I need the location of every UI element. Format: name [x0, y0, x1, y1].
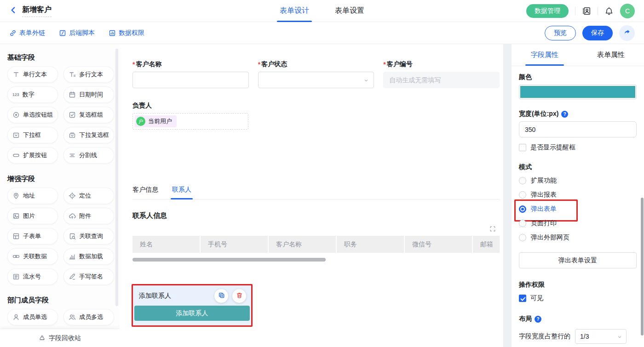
sidebar-item-数据加载[interactable]: 数据加载 [63, 248, 114, 265]
selected-add-contact-widget[interactable]: 添加联系人 添加联系人 [132, 284, 253, 327]
width-input[interactable] [519, 121, 637, 137]
canvas-field-客户编号[interactable]: *客户编号 [383, 60, 500, 88]
sidebar-item-关联数据[interactable]: 关联数据 [7, 248, 58, 265]
sidebar-scrollbar[interactable] [115, 49, 118, 306]
toolbar-link-表单外链[interactable]: 表单外链 [9, 29, 45, 37]
sidebar-item-流水号[interactable]: 流水号 [7, 268, 58, 285]
tab-form-design[interactable]: 表单设计 [280, 0, 309, 22]
mode-option-label: 弹出报表 [531, 191, 557, 199]
canvas-tab-联系人[interactable]: 联系人 [172, 186, 191, 199]
sidebar-item-图片[interactable]: 图片 [7, 208, 58, 224]
mode-label: 模式 [519, 163, 637, 172]
recycle-icon [39, 335, 46, 341]
address-icon [12, 192, 20, 199]
form-title-wrap[interactable]: 新增客户 [22, 5, 52, 17]
tab-field-properties[interactable]: 字段属性 [512, 44, 578, 66]
sidebar-item-label: 关联查询 [79, 232, 103, 240]
visible-checkbox[interactable] [519, 295, 526, 302]
lookup-icon [69, 233, 76, 240]
avatar[interactable]: C [620, 4, 635, 18]
copy-widget-button[interactable] [214, 289, 228, 303]
copy-icon [218, 292, 225, 301]
visible-checkbox-row[interactable]: 可见 [519, 294, 637, 302]
sidebar-item-数字[interactable]: 123数字 [7, 86, 58, 103]
share-button[interactable] [619, 25, 635, 41]
page-vertical-scrollbar[interactable] [641, 198, 644, 336]
owner-field-box[interactable]: 户 当前用户 [132, 113, 248, 130]
member-multi-icon [69, 313, 76, 321]
radio-button[interactable] [519, 234, 526, 241]
canvas-field-客户状态[interactable]: *客户状态 [258, 60, 374, 88]
save-button[interactable]: 保存 [582, 26, 613, 40]
mode-option-弹出报表[interactable]: 弹出报表 [519, 190, 637, 200]
field-text-input[interactable] [384, 72, 499, 88]
canvas-tab-客户信息[interactable]: 客户信息 [132, 186, 158, 199]
popup-form-settings-button[interactable]: 弹出表单设置 [519, 252, 637, 268]
toolbar-link-后端脚本[interactable]: 后端脚本 [59, 29, 95, 37]
bell-icon[interactable] [604, 6, 614, 16]
mode-option-弹出表单[interactable]: 弹出表单 [519, 204, 637, 214]
radio-button[interactable] [519, 191, 526, 199]
canvas-field-owner[interactable]: 负责人 户 当前用户 [132, 101, 248, 130]
field-width-select[interactable]: 1/3 [575, 329, 627, 344]
sidebar-item-多行文本[interactable]: 多行文本 [63, 66, 114, 83]
sidebar-item-关联查询[interactable]: 关联查询 [63, 228, 114, 245]
field-input[interactable] [383, 72, 500, 88]
field-select[interactable] [258, 72, 374, 88]
width-help-icon[interactable]: ? [561, 111, 568, 118]
required-asterisk: * [258, 61, 260, 68]
back-button[interactable] [9, 6, 17, 16]
sidebar-item-子表单[interactable]: 子表单 [7, 228, 58, 245]
panel-tabs: 字段属性 表单属性 [512, 44, 644, 66]
sidebar-item-label: 日期时间 [79, 91, 103, 99]
sidebar-item-label: 数据加载 [79, 252, 103, 261]
sidebar-item-扩展按钮[interactable]: 扩展按钮 [7, 147, 58, 164]
page-title: 新增客户 [22, 6, 52, 13]
sidebar-item-日期时间[interactable]: 日期时间 [63, 86, 114, 103]
radio-button[interactable] [519, 205, 526, 213]
add-contact-button[interactable]: 添加联系人 [134, 306, 250, 321]
radio-button[interactable] [519, 177, 526, 184]
preview-button[interactable]: 预览 [545, 26, 576, 40]
table-header-cell: 客户名称 [269, 236, 336, 253]
sidebar-item-分割线[interactable]: 分割线 [63, 147, 114, 164]
data-manage-button[interactable]: 数据管理 [526, 4, 569, 18]
mode-option-页面打印[interactable]: 页面打印 [519, 218, 637, 228]
tab-form-properties[interactable]: 表单属性 [578, 44, 644, 66]
layout-help-icon[interactable]: ? [535, 316, 541, 323]
sidebar-item-手写签名[interactable]: 手写签名 [63, 268, 114, 285]
field-text-input[interactable] [133, 72, 248, 88]
toolbar-link-数据权限[interactable]: 数据权限 [109, 29, 144, 37]
sidebar-item-附件[interactable]: 附件 [63, 208, 114, 224]
radio-button[interactable] [519, 220, 526, 227]
sidebar-item-复选框组[interactable]: 复选框组 [63, 107, 114, 123]
sidebar-item-定位[interactable]: 定位 [63, 188, 114, 204]
sidebar-item-下拉框[interactable]: 下拉框 [7, 127, 58, 143]
address-book-icon[interactable] [582, 6, 591, 16]
sidebar-item-单行文本[interactable]: 单行文本 [7, 66, 58, 83]
field-recycle-bin[interactable]: 字段回收站 [0, 329, 120, 347]
sidebar-item-成员多选[interactable]: 成员多选 [63, 309, 114, 325]
tab-form-settings[interactable]: 表单设置 [335, 0, 364, 22]
expand-icon[interactable] [489, 226, 496, 232]
sidebar-item-label: 地址 [23, 192, 35, 200]
mode-option-扩展功能[interactable]: 扩展功能 [519, 176, 637, 186]
canvas-field-客户名称[interactable]: *客户名称 [132, 60, 249, 88]
sidebar-item-单选按钮组[interactable]: 单选按钮组 [7, 107, 58, 123]
sidebar-item-地址[interactable]: 地址 [7, 188, 58, 204]
color-picker[interactable] [519, 85, 637, 99]
horizontal-scrollbar-thumb[interactable] [132, 258, 326, 262]
sidebar-field-grid: 单行文本多行文本123数字日期时间单选按钮组复选框组下拉框下拉复选框扩展按钮分割… [7, 66, 120, 164]
multi-select-icon [69, 131, 76, 139]
subform-icon [12, 233, 20, 240]
sidebar-item-下拉复选框[interactable]: 下拉复选框 [63, 127, 114, 143]
mode-option-弹出外部网页[interactable]: 弹出外部网页 [519, 233, 637, 243]
chevron-down-icon [617, 334, 622, 340]
reminder-checkbox[interactable] [519, 144, 526, 151]
field-input[interactable] [132, 72, 249, 88]
delete-widget-button[interactable] [232, 289, 246, 303]
sidebar-item-成员单选[interactable]: 成员单选 [7, 309, 58, 325]
toolbar-links: 表单外链后端脚本数据权限 [9, 29, 144, 37]
serial-number-icon [12, 273, 20, 280]
reminder-checkbox-row[interactable]: 是否显示提醒框 [519, 143, 637, 152]
